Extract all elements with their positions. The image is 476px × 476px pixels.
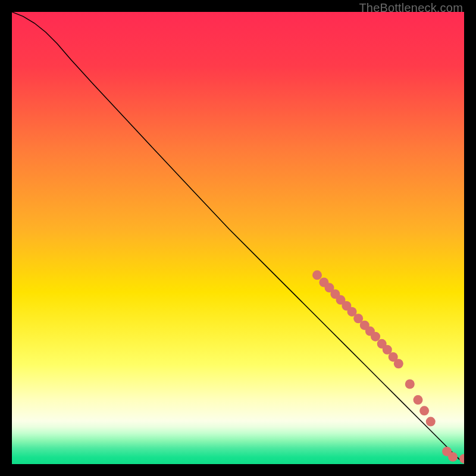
marker-dot <box>413 395 422 405</box>
marker-dot <box>371 332 380 342</box>
marker-dot <box>426 417 436 427</box>
plot-area <box>12 12 464 464</box>
marker-dot <box>394 359 403 368</box>
marker-dot <box>405 379 415 389</box>
chart-stage: TheBottleneck.com <box>0 0 476 476</box>
marker-dot <box>448 452 458 462</box>
chart-svg <box>12 12 464 464</box>
marker-dot <box>419 406 429 415</box>
marker-dot <box>312 270 322 280</box>
